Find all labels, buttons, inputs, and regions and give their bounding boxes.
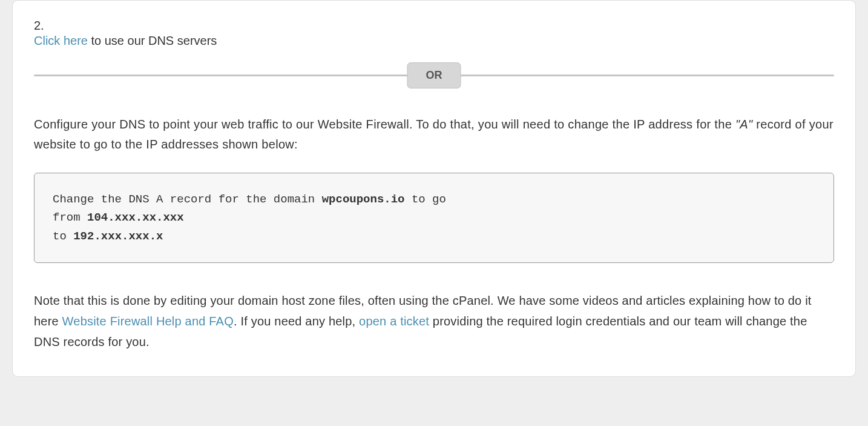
dns-servers-suffix: to use our DNS servers [88,34,217,47]
code-from-ip: 104.xxx.xx.xxx [87,211,184,224]
use-dns-servers-link[interactable]: Click here [34,34,88,47]
code-line1-suffix: to go [405,193,446,206]
open-ticket-link[interactable]: open a ticket [359,315,429,328]
dns-servers-line: Click here to use our DNS servers [34,34,834,48]
step-number: 2. [34,19,834,33]
note-paragraph: Note that this is done by editing your d… [34,290,834,352]
or-divider: OR [34,60,834,90]
code-to-ip: 192.xxx.xxx.x [73,230,163,243]
dns-code-block: Change the DNS A record for the domain w… [34,173,834,263]
code-domain: wpcoupons.io [322,193,405,206]
configure-prefix: Configure your DNS to point your web tra… [34,118,735,131]
note-middle: . If you need any help, [234,315,359,328]
code-line-2: from 104.xxx.xx.xxx [53,208,815,227]
code-line2-prefix: from [53,211,87,224]
configure-paragraph: Configure your DNS to point your web tra… [34,115,834,155]
code-line-3: to 192.xxx.xxx.x [53,227,815,245]
faq-link[interactable]: Website Firewall Help and FAQ [62,315,234,328]
instruction-card: 2. Click here to use our DNS servers OR … [12,0,856,377]
code-line1-prefix: Change the DNS A record for the domain [53,193,322,206]
code-line-1: Change the DNS A record for the domain w… [53,190,815,208]
a-record-italic: "A" [735,118,752,131]
divider-label: OR [407,62,461,88]
code-line3-prefix: to [53,230,73,243]
